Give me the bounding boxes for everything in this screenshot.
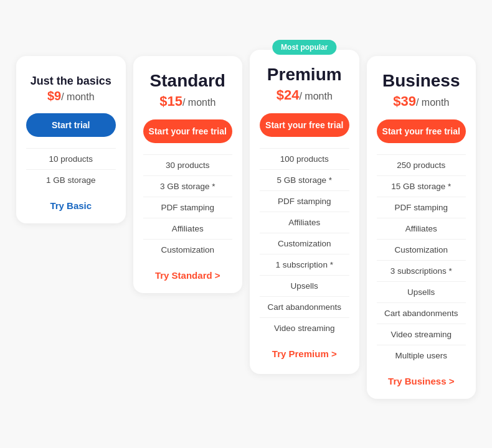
features-list-business: 250 products15 GB storage *PDF stampingA… [377,154,466,366]
plan-card-basic: Just the basics$9/ monthStart trial10 pr… [16,56,126,223]
feature-item: 3 subscriptions * [377,260,466,281]
plan-card-business: Business$39/ monthStart your free trial2… [367,56,476,399]
feature-item: 30 products [143,154,233,175]
price-amount: $39 [393,93,416,109]
features-list-premium: 100 products5 GB storage *PDF stampingAf… [260,148,349,338]
feature-item: Customization [260,233,349,254]
plan-name: Premium [260,65,349,85]
pricing-container: Just the basics$9/ monthStart trial10 pr… [6,44,486,405]
price-amount: $9 [47,89,61,103]
most-popular-badge: Most popular [272,40,336,55]
feature-item: 1 subscription * [260,254,349,275]
feature-item: 1 GB storage [26,169,116,190]
feature-item: Cart abandonments [377,302,466,324]
feature-item: Affiliates [260,212,349,233]
feature-item: Affiliates [377,218,466,239]
feature-item: PDF stamping [143,197,233,218]
feature-item: Multiple users [377,345,466,366]
feature-item: PDF stamping [260,190,349,212]
try-link-premium[interactable]: Try Premium > [260,348,349,359]
feature-item: Video streaming [377,324,466,345]
feature-item: PDF stamping [377,197,466,218]
feature-item: 10 products [26,148,116,169]
feature-item: Customization [143,239,233,260]
plan-price: $15/ month [143,93,233,110]
feature-item: 3 GB storage * [143,175,233,197]
plan-price: $9/ month [26,89,116,103]
feature-item: Customization [377,239,466,260]
plan-price: $24/ month [260,87,349,103]
plan-card-premium: Most popularPremium$24/ monthStart your … [250,50,359,374]
features-list-basic: 10 products1 GB storage [26,148,116,190]
feature-item: 100 products [260,148,349,169]
cta-button-business[interactable]: Start your free trial [377,119,466,143]
feature-item: Upsells [377,281,466,302]
cta-button-premium[interactable]: Start your free trial [260,113,349,137]
feature-item: Cart abandonments [260,296,349,317]
plan-price: $39/ month [377,93,466,110]
plan-name: Just the basics [26,75,116,88]
price-amount: $24 [277,87,300,103]
try-link-business[interactable]: Try Business > [377,376,466,386]
cta-button-standard[interactable]: Start your free trial [143,119,233,143]
plan-card-standard: Standard$15/ monthStart your free trial3… [133,56,243,293]
feature-item: 250 products [377,154,466,175]
feature-item: 15 GB storage * [377,175,466,197]
feature-item: Video streaming [260,317,349,338]
plan-name: Business [377,71,466,91]
price-amount: $15 [159,93,182,109]
plan-name: Standard [143,71,233,91]
try-link-basic[interactable]: Try Basic [26,200,116,211]
feature-item: 5 GB storage * [260,169,349,190]
features-list-standard: 30 products3 GB storage *PDF stampingAff… [143,154,233,260]
try-link-standard[interactable]: Try Standard > [143,270,233,281]
cta-button-basic[interactable]: Start trial [26,113,116,137]
feature-item: Upsells [260,275,349,296]
feature-item: Affiliates [143,218,233,239]
